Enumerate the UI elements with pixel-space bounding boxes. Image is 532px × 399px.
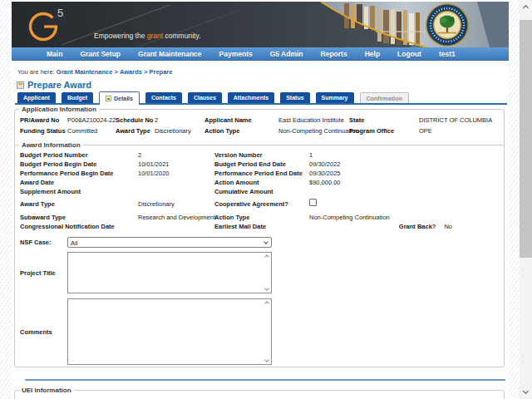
state-value: DISTRICT OF COLUMBIA [419,115,500,126]
tab-applicant[interactable]: Applicant [17,92,56,103]
nsf-case-label: NSF Case: [20,239,67,246]
applicant-name-value: East Education Institute [278,115,349,126]
budget-period-number-value: 2 [138,150,214,160]
project-title-row: Project Title [18,252,500,293]
tagline: Empowering the grant community. [94,32,200,40]
nav-user-test1[interactable]: test1 [439,50,456,58]
grant-back-value: No [444,222,452,231]
chevron-down-icon [264,239,268,244]
tab-summary[interactable]: Summary [316,92,354,103]
award-row: Award Date Action Amount $90,000.00 [18,178,500,187]
version-number-value: 1 [309,150,500,160]
breadcrumb-awards[interactable]: Awards [120,68,142,76]
uei-information-title: UEI Information [19,387,74,394]
chevron-up-icon [523,5,529,11]
comments-label: Comments [20,328,67,336]
scrollbar-thumb[interactable] [520,20,532,258]
budget-period-begin-date-value: 10/01/2021 [138,160,214,169]
tab-attachments[interactable]: Attachments [228,92,274,103]
chevron-down-icon [264,286,269,291]
department-of-education-seal [426,3,469,47]
breadcrumb-prepare[interactable]: Prepare [150,68,173,76]
funding-status-value: Committed [67,126,116,136]
application-info-row: Funding Status Committed Award Type Disc… [18,126,500,136]
budget-period-end-date-value: 09/30/2022 [309,160,500,169]
award-row: Budget Period Number 2 Version Number 1 [18,150,500,160]
g5-application-window: 5 Empowering the grant community. Main G… [0,0,532,399]
application-information-title: Application Information [19,106,99,113]
scroll-down-button[interactable] [520,385,532,397]
award-row: Congressional Notification Date Earliest… [18,222,500,231]
scroll-up-button[interactable] [520,2,532,14]
award-information-title: Award Information [19,141,83,149]
project-title-label: Project Title [20,269,67,277]
action-type-detail-value: Non-Competing Continuation [309,213,500,222]
breadcrumb-separator: > [114,68,117,76]
chevron-down-icon [264,357,269,362]
nav-grant-setup[interactable]: Grant Setup [80,50,121,58]
chevron-up-icon [264,254,269,259]
tab-contacts[interactable]: Contacts [145,92,182,103]
award-row: Supplement Amount Cumulative Amount [18,187,500,196]
main-nav: Main Grant Setup Grant Maintenance Payme… [12,47,509,61]
header-banner: 5 Empowering the grant community. [12,2,509,47]
award-information-section: Award Information Budget Period Number 2… [14,141,505,367]
application-info-row: PR/Award No P008A210024-22 Schedule No 2… [18,115,500,126]
nsf-case-select[interactable]: All [67,237,272,248]
nav-main[interactable]: Main [47,50,62,58]
nav-help[interactable]: Help [365,50,380,58]
award-row: Performance Period Begin Date 10/01/2020… [18,169,500,178]
nav-g5-admin[interactable]: G5 Admin [270,50,303,58]
tab-bar: Applicant Budget Details Contacts Clause… [15,91,507,105]
banner-artwork [12,2,509,47]
performance-period-begin-date-value: 10/01/2020 [138,169,214,178]
grant-back-label: Grant Back? [399,222,436,231]
award-type-detail-value: Discretionary [138,200,214,209]
breadcrumb-separator: > [144,68,147,76]
comments-row: Comments [18,298,500,365]
page-title-row: Prepare Award [17,80,91,90]
award-row: Subaward Type Research and Development A… [18,213,500,222]
chevron-down-icon [523,388,529,394]
pr-award-no-value: P008A210024-22 [67,115,116,126]
nav-logout[interactable]: Logout [397,50,421,58]
tab-budget[interactable]: Budget [62,92,93,103]
nsf-case-row: NSF Case: All [18,237,500,248]
vertical-scrollbar[interactable] [520,0,532,399]
award-row: Award Type Discretionary Cooperative Agr… [18,199,500,209]
award-row: Budget Period Begin Date 10/01/2021 Budg… [18,160,500,169]
tab-confirmation: Confirmation [360,92,410,103]
project-title-textarea[interactable] [67,252,272,293]
uei-information-section: UEI Information [14,387,505,399]
prepare-award-icon [17,81,24,89]
nav-reports[interactable]: Reports [321,50,347,58]
content-area: 5 Empowering the grant community. Main G… [12,0,509,399]
action-type-value: Non-Competing Continuation [278,126,349,136]
comments-textarea[interactable] [67,298,272,365]
cooperative-agreement-checkbox[interactable] [309,199,317,206]
details-tab-icon [106,96,111,101]
section-divider [25,379,505,381]
subaward-type-value: Research and Development [138,213,214,222]
tab-details[interactable]: Details [99,91,140,105]
program-office-value: OPE [419,126,500,136]
breadcrumb: You are here: Grant Maintenance > Awards… [17,68,172,76]
chevron-up-icon [264,301,269,306]
breadcrumb-prefix: You are here: [17,68,55,76]
schedule-no-value: 2 [155,115,204,126]
nav-payments[interactable]: Payments [219,50,253,58]
performance-period-end-date-value: 09/30/2025 [309,169,500,178]
award-type-value: Discretionary [155,126,204,136]
breadcrumb-grant-maintenance[interactable]: Grant Maintenance [57,68,113,76]
tab-status[interactable]: Status [280,92,309,103]
page-title: Prepare Award [27,80,91,90]
tab-clauses[interactable]: Clauses [188,92,222,103]
nav-grant-maintenance[interactable]: Grant Maintenance [138,50,202,58]
g5-logo-five: 5 [57,7,64,19]
action-amount-value: $90,000.00 [309,178,500,187]
